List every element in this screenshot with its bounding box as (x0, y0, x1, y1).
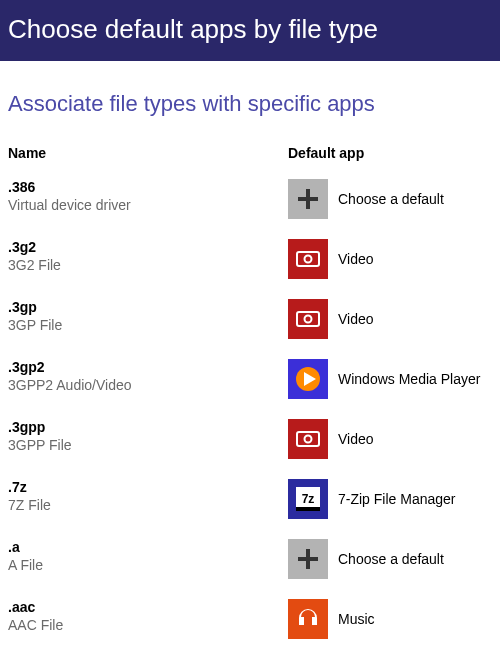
file-type-row: .aA FileChoose a default (8, 539, 492, 579)
svg-rect-21 (298, 557, 318, 561)
svg-rect-3 (288, 239, 328, 279)
default-app-button[interactable]: Music (288, 599, 492, 639)
file-extension: .a (8, 539, 288, 555)
file-description: Virtual device driver (8, 197, 288, 213)
default-app-label: Video (338, 431, 374, 448)
file-type-row: .7z7Z File7z7-Zip File Manager (8, 479, 492, 519)
file-extension: .aac (8, 599, 288, 615)
default-app-button[interactable]: Choose a default (288, 179, 492, 219)
file-extension: .3gp2 (8, 359, 288, 375)
file-type-row: .3gp3GP FileVideo (8, 299, 492, 339)
default-app-label: 7-Zip File Manager (338, 491, 456, 508)
page-title: Choose default apps by file type (8, 14, 378, 44)
default-app-button[interactable]: 7z7-Zip File Manager (288, 479, 492, 519)
svg-rect-2 (298, 197, 318, 201)
column-headers: Name Default app (8, 145, 492, 161)
file-type-info: .386Virtual device driver (8, 179, 288, 213)
default-app-button[interactable]: Video (288, 299, 492, 339)
file-type-row: .3gp23GPP2 Audio/VideoWindows Media Play… (8, 359, 492, 399)
file-type-info: .aA File (8, 539, 288, 573)
file-extension: .3g2 (8, 239, 288, 255)
svg-rect-12 (288, 419, 328, 459)
file-type-info: .3gp23GPP2 Audio/Video (8, 359, 288, 393)
file-extension: .386 (8, 179, 288, 195)
plus-icon (288, 179, 328, 219)
file-type-info: .3g23G2 File (8, 239, 288, 273)
column-name-header: Name (8, 145, 288, 161)
file-type-row: .386Virtual device driverChoose a defaul… (8, 179, 492, 219)
content-area: Associate file types with specific apps … (0, 61, 500, 657)
plus-icon (288, 539, 328, 579)
sevenzip-icon: 7z (288, 479, 328, 519)
music-icon (288, 599, 328, 639)
file-type-row: .aacAAC FileMusic (8, 599, 492, 639)
file-type-list: .386Virtual device driverChoose a defaul… (8, 179, 492, 639)
file-type-row: .3g23G2 FileVideo (8, 239, 492, 279)
wmp-icon (288, 359, 328, 399)
file-type-info: .7z7Z File (8, 479, 288, 513)
video-icon (288, 239, 328, 279)
default-app-label: Video (338, 251, 374, 268)
file-description: 3GPP2 Audio/Video (8, 377, 288, 393)
default-app-button[interactable]: Video (288, 419, 492, 459)
svg-rect-6 (288, 299, 328, 339)
file-type-info: .aacAAC File (8, 599, 288, 633)
file-description: AAC File (8, 617, 288, 633)
file-description: 7Z File (8, 497, 288, 513)
file-type-info: .3gpp3GPP File (8, 419, 288, 453)
file-type-info: .3gp3GP File (8, 299, 288, 333)
svg-rect-18 (296, 507, 320, 511)
column-app-header: Default app (288, 145, 492, 161)
file-description: 3GPP File (8, 437, 288, 453)
default-app-button[interactable]: Choose a default (288, 539, 492, 579)
page-header: Choose default apps by file type (0, 0, 500, 61)
file-description: A File (8, 557, 288, 573)
file-description: 3G2 File (8, 257, 288, 273)
default-app-label: Music (338, 611, 375, 628)
default-app-button[interactable]: Video (288, 239, 492, 279)
file-extension: .3gpp (8, 419, 288, 435)
svg-text:7z: 7z (302, 492, 315, 506)
file-description: 3GP File (8, 317, 288, 333)
file-type-row: .3gpp3GPP FileVideo (8, 419, 492, 459)
video-icon (288, 299, 328, 339)
default-app-label: Choose a default (338, 191, 444, 208)
file-extension: .7z (8, 479, 288, 495)
default-app-label: Windows Media Player (338, 371, 480, 388)
file-extension: .3gp (8, 299, 288, 315)
default-app-label: Video (338, 311, 374, 328)
default-app-label: Choose a default (338, 551, 444, 568)
section-subtitle: Associate file types with specific apps (8, 91, 492, 117)
video-icon (288, 419, 328, 459)
svg-rect-22 (288, 599, 328, 639)
default-app-button[interactable]: Windows Media Player (288, 359, 492, 399)
